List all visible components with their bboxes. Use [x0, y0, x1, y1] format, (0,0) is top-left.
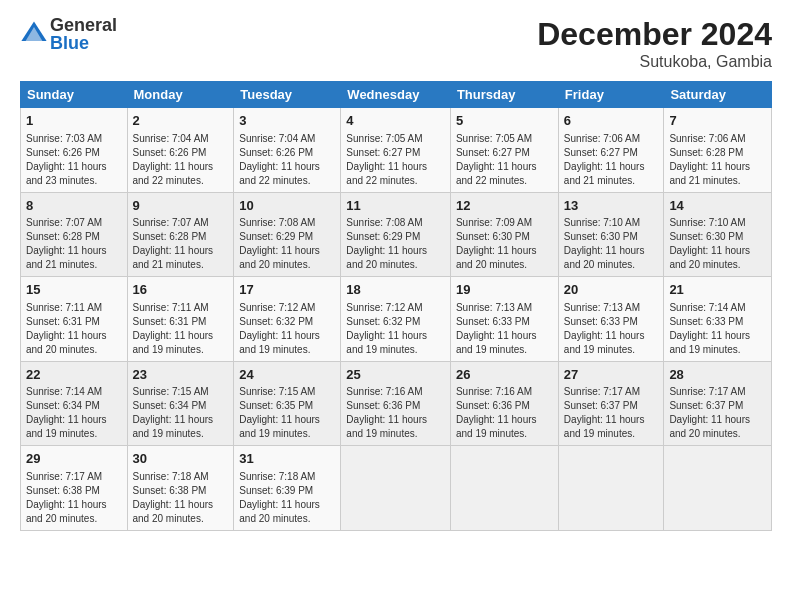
- day-headers-row: SundayMondayTuesdayWednesdayThursdayFrid…: [21, 82, 772, 108]
- calendar-cell: 29Sunrise: 7:17 AMSunset: 6:38 PMDayligh…: [21, 446, 128, 531]
- calendar-cell: 22Sunrise: 7:14 AMSunset: 6:34 PMDayligh…: [21, 361, 128, 446]
- day-number: 12: [456, 197, 553, 215]
- day-info: Sunrise: 7:04 AMSunset: 6:26 PMDaylight:…: [239, 132, 335, 188]
- day-header-saturday: Saturday: [664, 82, 772, 108]
- day-number: 31: [239, 450, 335, 468]
- calendar-cell: [664, 446, 772, 531]
- day-info: Sunrise: 7:06 AMSunset: 6:28 PMDaylight:…: [669, 132, 766, 188]
- day-info: Sunrise: 7:08 AMSunset: 6:29 PMDaylight:…: [239, 216, 335, 272]
- day-number: 15: [26, 281, 122, 299]
- day-info: Sunrise: 7:05 AMSunset: 6:27 PMDaylight:…: [456, 132, 553, 188]
- day-info: Sunrise: 7:08 AMSunset: 6:29 PMDaylight:…: [346, 216, 445, 272]
- day-info: Sunrise: 7:15 AMSunset: 6:35 PMDaylight:…: [239, 385, 335, 441]
- day-header-sunday: Sunday: [21, 82, 128, 108]
- day-number: 6: [564, 112, 659, 130]
- day-number: 29: [26, 450, 122, 468]
- day-number: 30: [133, 450, 229, 468]
- calendar-cell: 21Sunrise: 7:14 AMSunset: 6:33 PMDayligh…: [664, 277, 772, 362]
- day-number: 23: [133, 366, 229, 384]
- calendar-cell: 26Sunrise: 7:16 AMSunset: 6:36 PMDayligh…: [450, 361, 558, 446]
- day-info: Sunrise: 7:11 AMSunset: 6:31 PMDaylight:…: [133, 301, 229, 357]
- day-info: Sunrise: 7:12 AMSunset: 6:32 PMDaylight:…: [239, 301, 335, 357]
- day-info: Sunrise: 7:13 AMSunset: 6:33 PMDaylight:…: [456, 301, 553, 357]
- calendar: SundayMondayTuesdayWednesdayThursdayFrid…: [20, 81, 772, 531]
- calendar-header: SundayMondayTuesdayWednesdayThursdayFrid…: [21, 82, 772, 108]
- calendar-cell: 18Sunrise: 7:12 AMSunset: 6:32 PMDayligh…: [341, 277, 451, 362]
- calendar-week-5: 29Sunrise: 7:17 AMSunset: 6:38 PMDayligh…: [21, 446, 772, 531]
- calendar-week-2: 8Sunrise: 7:07 AMSunset: 6:28 PMDaylight…: [21, 192, 772, 277]
- day-info: Sunrise: 7:05 AMSunset: 6:27 PMDaylight:…: [346, 132, 445, 188]
- day-info: Sunrise: 7:10 AMSunset: 6:30 PMDaylight:…: [669, 216, 766, 272]
- calendar-cell: 3Sunrise: 7:04 AMSunset: 6:26 PMDaylight…: [234, 108, 341, 193]
- day-number: 28: [669, 366, 766, 384]
- calendar-cell: 8Sunrise: 7:07 AMSunset: 6:28 PMDaylight…: [21, 192, 128, 277]
- calendar-cell: 19Sunrise: 7:13 AMSunset: 6:33 PMDayligh…: [450, 277, 558, 362]
- day-number: 22: [26, 366, 122, 384]
- logo: General Blue: [20, 16, 117, 52]
- day-number: 13: [564, 197, 659, 215]
- calendar-cell: 13Sunrise: 7:10 AMSunset: 6:30 PMDayligh…: [558, 192, 664, 277]
- calendar-cell: 14Sunrise: 7:10 AMSunset: 6:30 PMDayligh…: [664, 192, 772, 277]
- day-number: 2: [133, 112, 229, 130]
- calendar-cell: [558, 446, 664, 531]
- day-info: Sunrise: 7:07 AMSunset: 6:28 PMDaylight:…: [133, 216, 229, 272]
- day-header-thursday: Thursday: [450, 82, 558, 108]
- calendar-cell: 16Sunrise: 7:11 AMSunset: 6:31 PMDayligh…: [127, 277, 234, 362]
- calendar-week-3: 15Sunrise: 7:11 AMSunset: 6:31 PMDayligh…: [21, 277, 772, 362]
- day-number: 10: [239, 197, 335, 215]
- header: General Blue December 2024 Sutukoba, Gam…: [20, 16, 772, 71]
- day-number: 14: [669, 197, 766, 215]
- day-info: Sunrise: 7:04 AMSunset: 6:26 PMDaylight:…: [133, 132, 229, 188]
- day-header-monday: Monday: [127, 82, 234, 108]
- day-number: 25: [346, 366, 445, 384]
- day-number: 19: [456, 281, 553, 299]
- day-info: Sunrise: 7:14 AMSunset: 6:34 PMDaylight:…: [26, 385, 122, 441]
- calendar-cell: 24Sunrise: 7:15 AMSunset: 6:35 PMDayligh…: [234, 361, 341, 446]
- day-header-wednesday: Wednesday: [341, 82, 451, 108]
- day-number: 27: [564, 366, 659, 384]
- calendar-cell: 5Sunrise: 7:05 AMSunset: 6:27 PMDaylight…: [450, 108, 558, 193]
- calendar-cell: 6Sunrise: 7:06 AMSunset: 6:27 PMDaylight…: [558, 108, 664, 193]
- calendar-cell: 9Sunrise: 7:07 AMSunset: 6:28 PMDaylight…: [127, 192, 234, 277]
- day-info: Sunrise: 7:18 AMSunset: 6:38 PMDaylight:…: [133, 470, 229, 526]
- calendar-cell: 2Sunrise: 7:04 AMSunset: 6:26 PMDaylight…: [127, 108, 234, 193]
- calendar-week-4: 22Sunrise: 7:14 AMSunset: 6:34 PMDayligh…: [21, 361, 772, 446]
- day-number: 16: [133, 281, 229, 299]
- day-number: 17: [239, 281, 335, 299]
- day-info: Sunrise: 7:17 AMSunset: 6:38 PMDaylight:…: [26, 470, 122, 526]
- calendar-cell: 28Sunrise: 7:17 AMSunset: 6:37 PMDayligh…: [664, 361, 772, 446]
- calendar-cell: 27Sunrise: 7:17 AMSunset: 6:37 PMDayligh…: [558, 361, 664, 446]
- day-number: 1: [26, 112, 122, 130]
- day-header-tuesday: Tuesday: [234, 82, 341, 108]
- calendar-cell: 23Sunrise: 7:15 AMSunset: 6:34 PMDayligh…: [127, 361, 234, 446]
- day-number: 3: [239, 112, 335, 130]
- day-info: Sunrise: 7:16 AMSunset: 6:36 PMDaylight:…: [456, 385, 553, 441]
- day-number: 4: [346, 112, 445, 130]
- page-title: December 2024: [537, 16, 772, 53]
- logo-general: General: [50, 16, 117, 34]
- calendar-cell: 10Sunrise: 7:08 AMSunset: 6:29 PMDayligh…: [234, 192, 341, 277]
- calendar-week-1: 1Sunrise: 7:03 AMSunset: 6:26 PMDaylight…: [21, 108, 772, 193]
- logo-text: General Blue: [50, 16, 117, 52]
- day-info: Sunrise: 7:07 AMSunset: 6:28 PMDaylight:…: [26, 216, 122, 272]
- calendar-cell: [341, 446, 451, 531]
- calendar-cell: 17Sunrise: 7:12 AMSunset: 6:32 PMDayligh…: [234, 277, 341, 362]
- day-info: Sunrise: 7:11 AMSunset: 6:31 PMDaylight:…: [26, 301, 122, 357]
- day-info: Sunrise: 7:15 AMSunset: 6:34 PMDaylight:…: [133, 385, 229, 441]
- calendar-cell: 7Sunrise: 7:06 AMSunset: 6:28 PMDaylight…: [664, 108, 772, 193]
- calendar-cell: 30Sunrise: 7:18 AMSunset: 6:38 PMDayligh…: [127, 446, 234, 531]
- day-info: Sunrise: 7:09 AMSunset: 6:30 PMDaylight:…: [456, 216, 553, 272]
- day-info: Sunrise: 7:12 AMSunset: 6:32 PMDaylight:…: [346, 301, 445, 357]
- calendar-cell: 4Sunrise: 7:05 AMSunset: 6:27 PMDaylight…: [341, 108, 451, 193]
- calendar-cell: 15Sunrise: 7:11 AMSunset: 6:31 PMDayligh…: [21, 277, 128, 362]
- day-info: Sunrise: 7:17 AMSunset: 6:37 PMDaylight:…: [564, 385, 659, 441]
- day-info: Sunrise: 7:06 AMSunset: 6:27 PMDaylight:…: [564, 132, 659, 188]
- page: General Blue December 2024 Sutukoba, Gam…: [0, 0, 792, 612]
- calendar-cell: 12Sunrise: 7:09 AMSunset: 6:30 PMDayligh…: [450, 192, 558, 277]
- day-info: Sunrise: 7:18 AMSunset: 6:39 PMDaylight:…: [239, 470, 335, 526]
- calendar-cell: [450, 446, 558, 531]
- logo-blue: Blue: [50, 34, 117, 52]
- day-info: Sunrise: 7:03 AMSunset: 6:26 PMDaylight:…: [26, 132, 122, 188]
- day-number: 26: [456, 366, 553, 384]
- day-number: 8: [26, 197, 122, 215]
